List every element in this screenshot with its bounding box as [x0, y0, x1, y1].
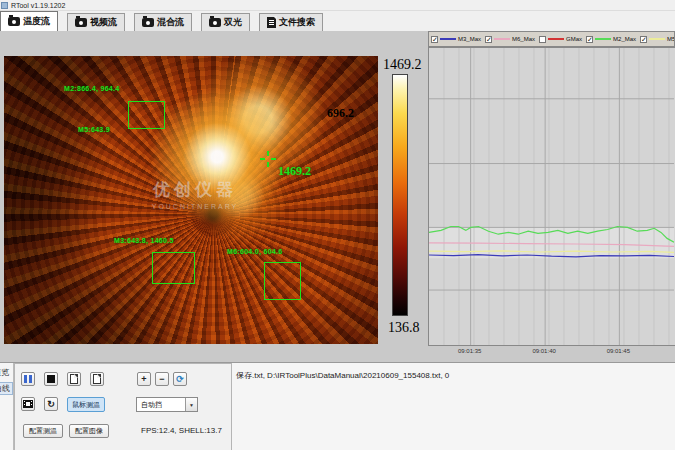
save-file-info: 保存.txt, D:\IRToolPlus\DataManual\2021060…	[236, 370, 449, 381]
auto-mode-select[interactable]: 自动挡 ▼	[136, 397, 198, 412]
file-search-icon	[267, 17, 276, 28]
side-tab-item[interactable]: 预览	[0, 367, 13, 378]
record-video-button[interactable]	[21, 397, 35, 411]
refresh-icon: ⟳	[176, 374, 184, 384]
measure-annotation: M6:604.0, 604.6	[227, 248, 282, 255]
measure-annotation: M5:643.9	[78, 126, 110, 133]
legend-label: M5_Max	[667, 36, 675, 42]
legend-item-M5_Max: ✓M5_Max	[640, 36, 675, 43]
legend-checkbox[interactable]: ✓	[586, 36, 593, 43]
legend-checkbox[interactable]: ✓	[431, 36, 438, 43]
measure-roi[interactable]	[264, 262, 301, 300]
legend-item-M6_Max: ✓M6_Max	[485, 36, 535, 43]
measure-roi[interactable]	[128, 101, 165, 129]
tab-0[interactable]: 温度流	[0, 11, 58, 31]
config-image-button[interactable]: 配置图像	[69, 424, 109, 438]
tab-label: 视频流	[90, 16, 117, 29]
config-measure-label: 配置测温	[29, 426, 57, 436]
tab-label: 文件搜索	[279, 16, 315, 29]
config-measure-button[interactable]: 配置测温	[23, 424, 63, 438]
mouse-measure-label: 鼠标测温	[72, 400, 100, 410]
measure-annotation: 1469.2	[278, 164, 311, 179]
plus-icon: +	[141, 374, 146, 384]
temperature-chart[interactable]	[428, 47, 675, 346]
stop-button[interactable]	[44, 372, 58, 386]
stream-tab-bar: 温度流视频流混合流双光文件搜索	[0, 11, 675, 31]
scale-max-value: 1469.2	[383, 57, 422, 73]
title-bar: RTool v1.19.1202	[0, 0, 675, 11]
side-tab-selected[interactable]: 曲线	[0, 382, 13, 395]
fps-status: FPS:12.4, SHELL:13.7	[141, 426, 222, 435]
legend-line-swatch	[548, 38, 564, 40]
legend-line-swatch	[595, 38, 611, 40]
zoom-out-button[interactable]: −	[155, 372, 169, 386]
film-strip-icon	[23, 400, 33, 408]
camera-icon	[142, 18, 154, 27]
legend-checkbox[interactable]: ✓	[640, 36, 647, 43]
rotate-button[interactable]: ↻	[44, 397, 58, 411]
legend-item-GMax: GMax	[539, 36, 582, 43]
tab-label: 温度流	[23, 15, 50, 28]
x-tick-label: 09:01:35	[458, 348, 481, 354]
window-title: RTool v1.19.1202	[11, 2, 65, 9]
pause-icon	[24, 375, 32, 383]
legend-item-M3_Max: ✓M3_Max	[431, 36, 481, 43]
config-image-label: 配置图像	[75, 426, 103, 436]
stop-icon	[47, 375, 55, 383]
legend-label: M3_Max	[458, 36, 481, 42]
tab-3[interactable]: 双光	[201, 13, 250, 31]
bottom-panel: 预览曲线 + − ⟳	[0, 362, 675, 450]
page-icon	[70, 374, 78, 384]
toolbar-panel: + − ⟳ ↻ 鼠标测温 自动挡 ▼ 配置测温	[14, 363, 232, 450]
app-icon	[1, 2, 8, 9]
legend-line-swatch	[440, 38, 456, 40]
legend-label: GMax	[566, 36, 582, 42]
side-tab-strip: 预览曲线	[0, 363, 14, 450]
legend-line-swatch	[649, 38, 665, 40]
x-tick-label: 09:01:45	[607, 348, 630, 354]
minus-icon: −	[159, 374, 164, 384]
irtool-window: RTool v1.19.1202 温度流视频流混合流双光文件搜索 优创仪器 YO…	[0, 0, 675, 450]
legend-checkbox[interactable]: ✓	[485, 36, 492, 43]
scale-min-value: 136.8	[388, 320, 420, 336]
zoom-in-button[interactable]: +	[137, 372, 151, 386]
cursor-temperature-readout: 696.2	[327, 106, 354, 121]
legend-checkbox[interactable]	[539, 36, 546, 43]
mouse-measure-toggle[interactable]: 鼠标测温	[67, 397, 105, 412]
crosshair-marker[interactable]	[260, 151, 276, 167]
save-data-button[interactable]	[90, 372, 104, 386]
measure-annotation: M2:866.4, 964.4	[64, 85, 119, 92]
legend-line-swatch	[494, 38, 510, 40]
watermark-line2: YOUCNITNERARY	[100, 203, 290, 210]
chart-legend: ✓M3_Max✓M6_MaxGMax✓M2_Max✓M5_Max	[428, 31, 675, 47]
auto-mode-value: 自动挡	[137, 400, 185, 410]
chart-x-axis: 09:01:3509:01:4009:01:4509:01:50	[428, 348, 675, 358]
page-icon	[93, 374, 101, 384]
camera-icon	[8, 17, 20, 26]
chevron-down-icon: ▼	[185, 398, 197, 411]
pause-button[interactable]	[21, 372, 35, 386]
watermark: 优创仪器 YOUCNITNERARY	[100, 178, 290, 210]
camera-icon	[209, 18, 221, 27]
rotate-icon: ↻	[47, 399, 55, 409]
tab-4[interactable]: 文件搜索	[259, 13, 323, 31]
legend-item-M2_Max: ✓M2_Max	[586, 36, 636, 43]
legend-label: M2_Max	[613, 36, 636, 42]
measure-annotation: M3:643.8, 1460.5	[114, 237, 174, 244]
measure-roi[interactable]	[152, 252, 195, 284]
tab-label: 双光	[224, 16, 242, 29]
refresh-button[interactable]: ⟳	[173, 372, 187, 386]
tab-2[interactable]: 混合流	[134, 13, 192, 31]
camera-icon	[75, 18, 87, 27]
save-snapshot-button[interactable]	[67, 372, 81, 386]
tab-label: 混合流	[157, 16, 184, 29]
watermark-line1: 优创仪器	[100, 178, 290, 201]
x-tick-label: 09:01:40	[532, 348, 555, 354]
temperature-colorbar[interactable]	[392, 74, 408, 316]
thermal-image[interactable]: 优创仪器 YOUCNITNERARY M2:866.4, 964.4M5:643…	[4, 56, 378, 344]
legend-label: M6_Max	[512, 36, 535, 42]
tab-1[interactable]: 视频流	[67, 13, 125, 31]
